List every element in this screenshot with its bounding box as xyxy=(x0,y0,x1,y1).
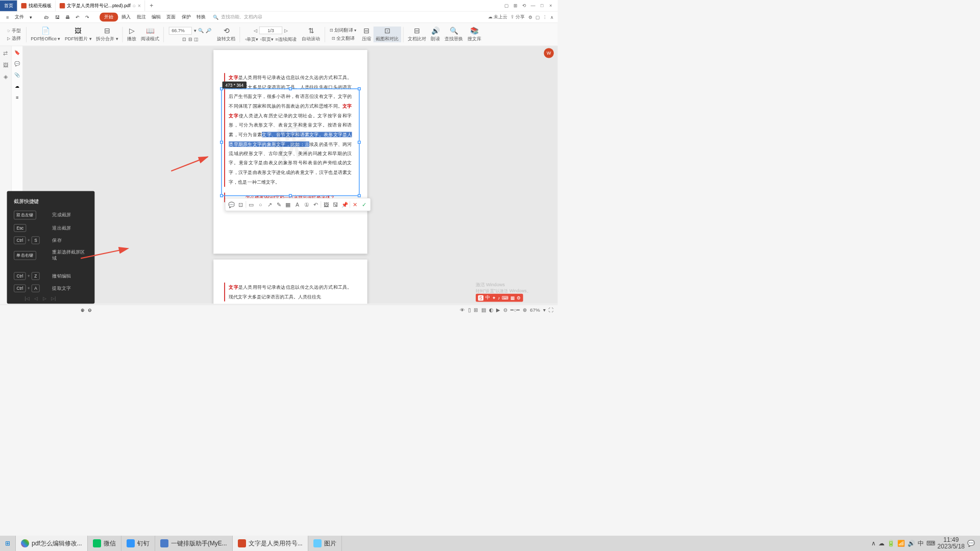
search-box[interactable]: 🔍查找功能、文档内容 xyxy=(213,14,262,20)
width-icon[interactable]: ⊟ xyxy=(188,37,192,42)
zoom-in-status[interactable]: ⊕ xyxy=(523,307,527,313)
fit-icon[interactable]: ⊡ xyxy=(182,37,186,42)
close-icon[interactable]: ○ xyxy=(132,3,135,9)
grid-icon[interactable]: ⊞ xyxy=(511,2,519,9)
sel-download-icon[interactable]: 🖫 xyxy=(331,201,340,209)
tool-cursor[interactable]: ☞ 手型 ▷ 选择 xyxy=(4,24,24,45)
tool-pdf2img[interactable]: 🖼PDF转图片 ▾ xyxy=(62,27,93,42)
prev-page[interactable]: ◁ xyxy=(254,28,257,33)
single-page[interactable]: ▫单页▾ xyxy=(245,36,258,42)
shapes-icon[interactable]: ◈ xyxy=(4,74,8,80)
open-icon[interactable]: 🗁 xyxy=(42,13,52,21)
canvas[interactable]: 保 文字是人类用符号记录表达信息以传之久远的方式和工具。现代文字大多是记录语言的… xyxy=(23,46,557,304)
zoom-input[interactable]: 66.7% xyxy=(169,27,192,35)
menu-hamburger[interactable]: ≡ xyxy=(4,13,11,21)
actual-icon[interactable]: ◫ xyxy=(194,37,198,42)
menu-edit[interactable]: 编辑 xyxy=(149,13,163,21)
continuous-read[interactable]: ≡连续阅读 xyxy=(275,36,296,42)
print-icon[interactable]: 🖶 xyxy=(63,13,72,21)
image-tool-icon[interactable]: 🖼 xyxy=(3,62,9,68)
ruler-icon[interactable]: ⇄ xyxy=(3,50,8,56)
eye-icon[interactable]: 👁 xyxy=(460,307,465,313)
sel-pen-icon[interactable]: ✎ xyxy=(275,201,283,209)
fullscreen-icon[interactable]: ⛶ xyxy=(549,307,554,313)
redo-icon[interactable]: ↷ xyxy=(83,13,92,21)
taskbar-myeditor[interactable]: 一键排版助手(MyE... xyxy=(155,536,233,551)
tab-document[interactable]: 文字是人类用符号记...pted).pdf○× xyxy=(56,0,145,11)
tool-pdf2office[interactable]: 📄PDF转Office ▾ xyxy=(29,27,63,42)
box-icon[interactable]: ▢ xyxy=(535,14,540,20)
tray-volume-icon[interactable]: 🔊 xyxy=(908,540,915,547)
tray-ime-icon[interactable]: 中 xyxy=(918,539,924,548)
layout-icon[interactable]: ▢ xyxy=(503,2,510,9)
taskbar-images[interactable]: 图片 xyxy=(308,536,342,551)
ime-badge[interactable]: S 中 ✦♪⌨▦⚙ xyxy=(476,294,523,302)
undo-icon[interactable]: ↶ xyxy=(74,13,82,21)
menu-start[interactable]: 开始 xyxy=(100,13,118,21)
taskbar-wps[interactable]: 文字是人类用符号... xyxy=(233,536,308,551)
close-button[interactable]: × xyxy=(547,2,554,9)
sheet-last[interactable]: ▷| xyxy=(50,296,57,302)
layers-icon[interactable]: ≡ xyxy=(16,94,18,100)
tool-find[interactable]: 🔍查找替换 xyxy=(442,27,465,42)
sel-text-icon[interactable]: A xyxy=(293,201,302,209)
tool-readmode[interactable]: 📖阅读模式 xyxy=(138,27,161,42)
sel-arrow-icon[interactable]: ↗ xyxy=(265,201,274,209)
tab-template[interactable]: 找稻壳模板 xyxy=(17,0,56,11)
sync-icon[interactable]: ⟲ xyxy=(520,2,528,9)
sel-pin-icon[interactable]: 📌 xyxy=(340,201,349,209)
tool-autoscroll[interactable]: ⇅自动滚动 xyxy=(300,27,323,42)
share-button[interactable]: ⇪ 分享 xyxy=(510,14,525,20)
sel-rect-icon[interactable]: ▭ xyxy=(247,201,256,209)
zoom-dropdown-status[interactable]: ▾ xyxy=(543,307,546,313)
tool-play[interactable]: ▷播放 xyxy=(125,27,138,42)
bookmark-icon[interactable]: 🔖 xyxy=(14,50,20,56)
view-grid-icon[interactable]: ⊞ xyxy=(474,307,478,313)
expand-icon[interactable]: ∧ xyxy=(550,14,554,20)
tray-keyboard-icon[interactable]: ⌨ xyxy=(926,540,935,547)
tray-battery-icon[interactable]: 🔋 xyxy=(887,540,895,547)
status-add[interactable]: ⊕ xyxy=(81,307,85,313)
save-icon[interactable]: 🖫 xyxy=(53,13,62,21)
tool-rotate[interactable]: ⟲旋转文档 xyxy=(215,27,238,42)
menu-review[interactable]: 批注 xyxy=(134,13,148,21)
cloud-icon[interactable]: ☁ xyxy=(15,84,19,89)
sel-mosaic-icon[interactable]: ▦ xyxy=(284,201,292,209)
tool-compare[interactable]: ⊟文档比对 xyxy=(405,27,428,42)
zoom-out-icon[interactable]: 🔍 xyxy=(198,28,204,34)
tray-notification-icon[interactable]: 💬 xyxy=(967,540,975,547)
zoom-out-status[interactable]: ⊖ xyxy=(503,307,507,313)
tab-close[interactable]: × xyxy=(138,3,141,9)
gear-icon[interactable]: ⚙ xyxy=(528,14,532,20)
menu-page[interactable]: 页面 xyxy=(164,13,178,21)
comment-icon[interactable]: 💬 xyxy=(14,61,20,67)
view-single-icon[interactable]: ▯ xyxy=(468,307,471,313)
page-number[interactable]: 1/3 xyxy=(259,27,282,34)
attachment-icon[interactable]: 📎 xyxy=(14,72,20,78)
tab-home[interactable]: 首页 xyxy=(0,0,17,11)
double-page[interactable]: ▫双页▾ xyxy=(260,36,274,42)
view-play-icon[interactable]: ▶ xyxy=(496,307,500,313)
cloud-status[interactable]: ☁ 未上云 xyxy=(488,14,508,20)
view-web-icon[interactable]: ◐ xyxy=(489,307,493,313)
zoom-percent[interactable]: 67% xyxy=(530,307,540,313)
sel-confirm-button[interactable]: ✓ xyxy=(360,201,369,209)
tab-add[interactable]: + xyxy=(145,2,158,9)
zoom-slider[interactable]: ━○━ xyxy=(510,307,520,313)
tray-up-icon[interactable]: ∧ xyxy=(871,540,876,547)
menu-file[interactable]: 文件 xyxy=(12,13,26,21)
sheet-first[interactable]: |◁ xyxy=(23,296,31,302)
tool-searchlib[interactable]: 📚搜文库 xyxy=(465,27,484,42)
sel-undo-icon[interactable]: ↶ xyxy=(311,201,320,209)
view-list-icon[interactable]: ▤ xyxy=(481,307,486,313)
menu-insert[interactable]: 插入 xyxy=(119,13,133,21)
tool-split[interactable]: ⊟拆分合并 ▾ xyxy=(94,27,120,42)
tool-compress[interactable]: ⊟压缩 xyxy=(359,27,373,42)
more-icon[interactable]: ⋮ xyxy=(543,14,547,20)
tray-date[interactable]: 2023/5/18 xyxy=(938,543,965,550)
chevron-down-icon[interactable]: ▾ xyxy=(28,13,35,21)
sel-number-icon[interactable]: ① xyxy=(302,201,311,209)
taskbar-wechat[interactable]: 微信 xyxy=(88,536,121,551)
menu-protect[interactable]: 保护 xyxy=(179,13,193,21)
maximize-button[interactable]: □ xyxy=(538,2,546,9)
